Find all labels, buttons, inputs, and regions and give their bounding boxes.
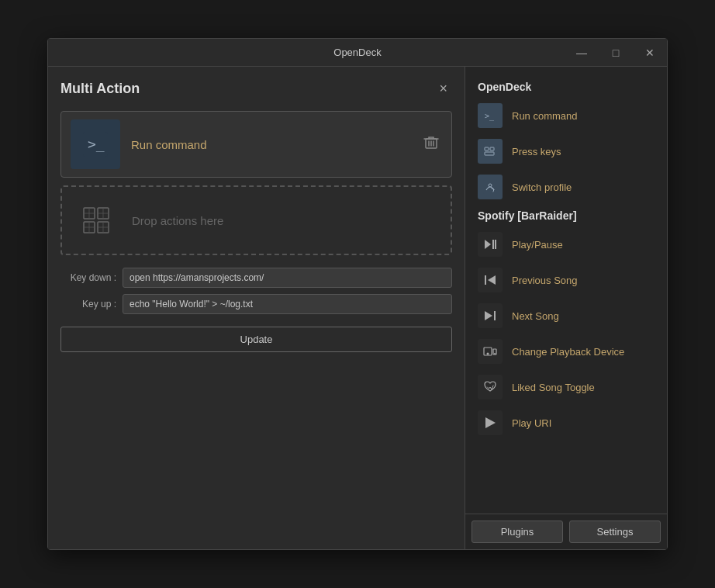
key-up-row: Key up : [60,294,452,314]
window-controls: — □ ✕ [565,39,667,67]
liked-song-toggle-sidebar-icon [478,375,503,399]
svg-text:>_: >_ [485,112,495,121]
svg-marker-29 [485,311,492,320]
drop-icon [71,195,121,245]
dialog-header: Multi Action × [60,79,452,99]
svg-rect-17 [483,144,497,158]
minimize-button[interactable]: — [565,39,599,67]
liked-song-toggle-sidebar-label: Liked Song Toggle [512,382,595,393]
sidebar-item-switch-profile[interactable]: Switch profile [465,169,667,205]
sidebar-item-run-command[interactable]: >_ Run command [465,98,667,133]
sidebar-item-play-pause[interactable]: Play/Pause [465,227,667,262]
key-down-input[interactable] [123,268,452,288]
svg-rect-26 [485,275,486,285]
svg-marker-23 [485,240,491,249]
main-window: OpenDeck — □ ✕ Multi Action × >_ Run [47,38,668,550]
drop-zone[interactable]: Drop actions here [60,185,452,255]
svg-marker-34 [485,417,496,428]
svg-rect-28 [494,311,496,320]
sidebar-item-previous-song[interactable]: Previous Song [465,262,667,298]
section-title-opendeck: OpenDeck [465,76,667,98]
run-command-icon: >_ [71,119,120,169]
maximize-button[interactable]: □ [599,39,633,67]
svg-point-33 [487,353,489,355]
switch-profile-sidebar-label: Switch profile [512,182,572,193]
close-button[interactable]: ✕ [633,39,667,67]
plugins-button[interactable]: Plugins [471,521,563,543]
sidebar-item-play-uri[interactable]: Play URI [465,405,667,441]
action-card-run-command[interactable]: >_ Run command [60,111,452,178]
svg-point-32 [494,353,496,355]
change-playback-device-sidebar-icon [478,339,503,364]
play-uri-sidebar-label: Play URI [512,417,551,429]
right-panel: OpenDeck >_ Run command [465,67,667,549]
left-panel: Multi Action × >_ Run command [48,67,465,549]
previous-song-sidebar-label: Previous Song [512,275,578,286]
run-command-sidebar-label: Run command [512,110,578,122]
press-keys-sidebar-icon [478,139,503,164]
change-playback-device-sidebar-label: Change Playback Device [512,346,624,358]
key-up-label: Key up : [60,299,116,310]
fields-section: Key down : Key up : [60,268,452,314]
sidebar-item-liked-song-toggle[interactable]: Liked Song Toggle [465,369,667,405]
svg-text:>_: >_ [88,136,105,152]
svg-rect-25 [495,240,496,249]
content-area: Multi Action × >_ Run command [48,67,667,549]
dialog-close-button[interactable]: × [434,79,452,99]
settings-button[interactable]: Settings [569,521,661,543]
sidebar-item-change-playback-device[interactable]: Change Playback Device [465,334,667,369]
update-button[interactable]: Update [60,327,452,352]
next-song-sidebar-label: Next Song [512,310,559,322]
right-panel-footer: Plugins Settings [465,514,667,549]
key-down-label: Key down : [60,272,116,283]
drop-zone-label: Drop actions here [132,214,223,227]
titlebar: OpenDeck — □ ✕ [48,39,667,67]
sidebar-item-next-song[interactable]: Next Song [465,298,667,334]
switch-profile-sidebar-icon [478,175,503,199]
run-command-sidebar-icon: >_ [478,103,503,128]
action-card-label: Run command [131,138,420,151]
play-pause-sidebar-icon [478,232,503,257]
delete-action-button[interactable] [420,132,442,157]
next-song-sidebar-icon [478,303,503,328]
right-panel-content: OpenDeck >_ Run command [465,67,667,514]
key-up-input[interactable] [123,294,452,314]
press-keys-sidebar-label: Press keys [512,146,561,157]
svg-marker-27 [488,275,496,285]
svg-rect-24 [492,240,494,249]
play-uri-sidebar-icon [478,410,503,435]
sidebar-item-press-keys[interactable]: Press keys [465,133,667,169]
previous-song-sidebar-icon [478,268,503,292]
dialog-title: Multi Action [60,81,140,97]
window-title: OpenDeck [333,47,381,58]
play-pause-sidebar-label: Play/Pause [512,239,563,251]
section-title-spotify: Spotify [BarRaider] [465,205,667,227]
key-down-row: Key down : [60,268,452,288]
